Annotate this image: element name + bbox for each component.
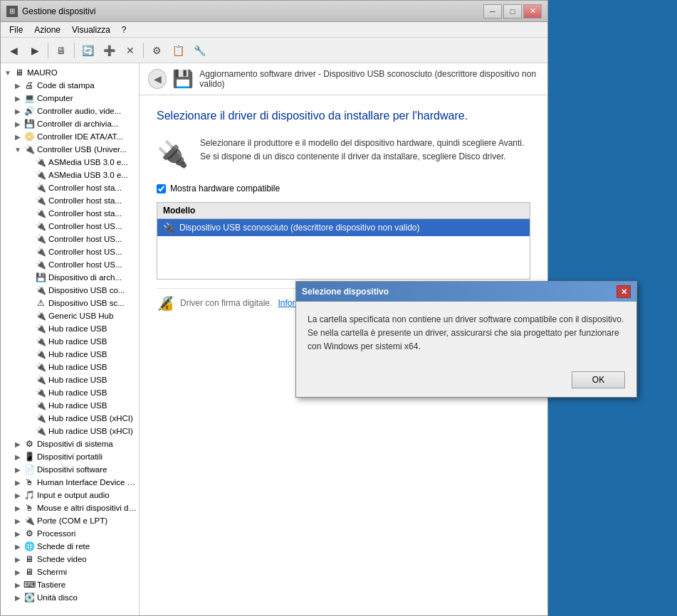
selezione-dialog: Selezione dispositivo ✕ La cartella spec… [295,281,637,398]
selezione-footer: OK [296,366,636,397]
selezione-body: La cartella specificata non contiene un … [296,302,636,366]
selezione-close-button[interactable]: ✕ [616,285,631,298]
selezione-title-bar: Selezione dispositivo ✕ [296,282,636,302]
ok-button[interactable]: OK [572,371,625,388]
selezione-title: Selezione dispositivo [302,287,389,297]
selezione-overlay: Selezione dispositivo ✕ La cartella spec… [0,0,677,616]
selezione-message: La cartella specificata non contiene un … [308,314,624,351]
